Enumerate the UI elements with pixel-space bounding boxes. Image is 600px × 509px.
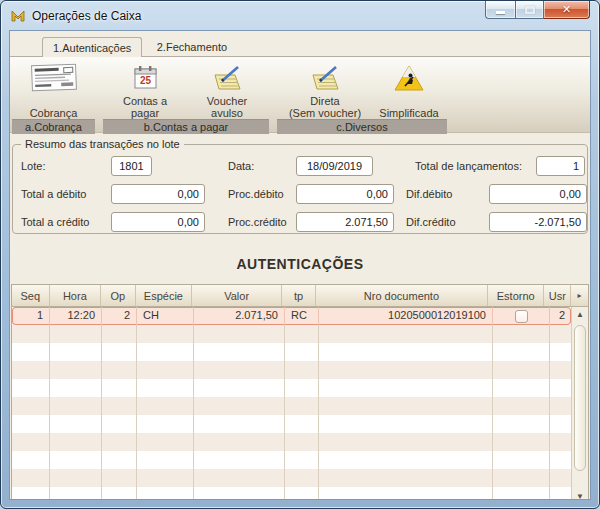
grid-body-rows: 1 12:20 2 CH 2.071,50 RC 102050001201910… bbox=[12, 307, 571, 500]
direta-label-line2: (Sem voucher) bbox=[289, 107, 361, 119]
contas-a-pagar-label-line2: pagar bbox=[131, 107, 159, 119]
table-row-empty bbox=[12, 433, 571, 451]
maximize-icon bbox=[525, 6, 535, 14]
direta-button[interactable]: Direta (Sem voucher) bbox=[278, 59, 372, 119]
table-row-empty bbox=[12, 469, 571, 487]
proc-credito-field[interactable]: 2.071,50 bbox=[296, 212, 394, 232]
data-field[interactable]: 18/09/2019 bbox=[296, 156, 373, 176]
column-header-especie: Espécie bbox=[136, 285, 192, 306]
scroll-down-icon[interactable]: ▼ bbox=[572, 489, 588, 500]
voucher-avulso-button[interactable]: Voucher avulso bbox=[186, 59, 268, 119]
cell-tp: RC bbox=[285, 307, 319, 325]
contas-a-pagar-button[interactable]: 25 Contas a pagar bbox=[104, 59, 186, 119]
summary-groupbox: Resumo das transações no lote Lote: 1801… bbox=[12, 144, 588, 234]
window-title: Operações de Caixa bbox=[32, 9, 141, 23]
lote-field[interactable]: 1801 bbox=[111, 156, 152, 176]
toolbar-group-contas-a-pagar: 25 Contas a pagar bbox=[103, 57, 269, 132]
billet-icon bbox=[31, 61, 77, 95]
cell-especie: CH bbox=[137, 307, 194, 325]
voucher-avulso-label-line2: avulso bbox=[211, 107, 243, 119]
dif-debito-field[interactable]: 0,00 bbox=[489, 184, 587, 204]
table-row-empty bbox=[12, 397, 571, 415]
minimize-button[interactable] bbox=[485, 1, 515, 19]
toolbar-caption-cobranca: a.Cobrança bbox=[12, 119, 95, 134]
column-header-seq: Seq bbox=[12, 285, 50, 306]
summary-groupbox-title: Resumo das transações no lote bbox=[21, 138, 184, 150]
svg-text:25: 25 bbox=[139, 75, 151, 86]
cell-valor: 2.071,50 bbox=[194, 307, 285, 325]
toolbar-group-cobranca: Cobrança a.Cobrança bbox=[12, 57, 95, 132]
toolbar: Cobrança a.Cobrança bbox=[10, 57, 590, 133]
proc-debito-label: Proc.débito bbox=[228, 188, 284, 200]
column-header-op: Op bbox=[101, 285, 136, 306]
total-credito-field[interactable]: 0,00 bbox=[111, 212, 205, 232]
grid-title: AUTENTICAÇÕES bbox=[10, 256, 590, 272]
column-header-hora: Hora bbox=[50, 285, 101, 306]
cell-nro-documento: 1020500012019100 bbox=[319, 307, 493, 325]
close-button[interactable]: ✕ bbox=[544, 1, 590, 19]
lote-label: Lote: bbox=[21, 160, 45, 172]
voucher-pen-icon bbox=[308, 61, 342, 95]
table-row-empty bbox=[12, 487, 571, 500]
vertical-scrollbar[interactable]: ▲ ▼ bbox=[571, 307, 588, 500]
window-controls: ✕ bbox=[485, 1, 590, 19]
voucher-avulso-label-line1: Voucher bbox=[207, 95, 247, 107]
column-header-nro-documento: Nro documento bbox=[316, 285, 488, 306]
dif-credito-label: Dif.crédito bbox=[406, 216, 456, 228]
scroll-up-icon[interactable]: ▲ bbox=[572, 307, 588, 323]
client-area: 1.Autenticações 2.Fechamento bbox=[9, 30, 591, 500]
cobranca-label-line2: Cobrança bbox=[30, 107, 78, 119]
scrollbar-thumb[interactable] bbox=[574, 325, 586, 471]
cell-usr: 2 bbox=[550, 307, 571, 325]
column-header-usr: Usr bbox=[544, 285, 571, 306]
toolbar-group-diversos: Direta (Sem voucher) bbox=[277, 57, 447, 132]
contas-a-pagar-label-line1: Contas a bbox=[123, 95, 167, 107]
table-row-empty bbox=[12, 361, 571, 379]
table-row-empty bbox=[12, 415, 571, 433]
total-credito-label: Total a crédito bbox=[21, 216, 89, 228]
window: Operações de Caixa ✕ 1.Autenticações 2.F… bbox=[0, 0, 600, 509]
cell-op: 2 bbox=[102, 307, 137, 325]
minimize-icon bbox=[496, 11, 505, 14]
table-row-empty bbox=[12, 379, 571, 397]
data-label: Data: bbox=[228, 160, 254, 172]
tab-fechamento[interactable]: 2.Fechamento bbox=[147, 37, 237, 56]
estorno-checkbox[interactable] bbox=[515, 310, 528, 323]
maximize-button[interactable] bbox=[515, 1, 544, 19]
construction-icon bbox=[394, 61, 424, 95]
total-lancamentos-label: Total de lançamentos: bbox=[415, 160, 522, 172]
cell-hora: 12:20 bbox=[50, 307, 102, 325]
toolbar-caption-contas-a-pagar: b.Contas a pagar bbox=[103, 119, 269, 134]
column-header-tp: tp bbox=[282, 285, 316, 306]
toolbar-caption-diversos: c.Diversos bbox=[277, 119, 447, 134]
cobranca-button[interactable]: Cobrança bbox=[13, 59, 95, 119]
total-debito-label: Total a débito bbox=[21, 188, 86, 200]
table-row-empty bbox=[12, 343, 571, 361]
proc-credito-label: Proc.crédito bbox=[228, 216, 287, 228]
close-icon: ✕ bbox=[562, 3, 571, 15]
voucher-pen-icon bbox=[210, 61, 244, 95]
cell-seq: 1 bbox=[12, 307, 50, 325]
total-debito-field[interactable]: 0,00 bbox=[111, 184, 205, 204]
column-header-estorno: Estorno bbox=[488, 285, 544, 306]
grid-header: Seq Hora Op Espécie Valor tp Nro documen… bbox=[12, 285, 588, 307]
calendar-icon: 25 bbox=[132, 61, 159, 95]
grid-body: 1 12:20 2 CH 2.071,50 RC 102050001201910… bbox=[12, 307, 588, 500]
table-row-empty bbox=[12, 451, 571, 469]
column-header-valor: Valor bbox=[192, 285, 282, 306]
titlebar: Operações de Caixa ✕ bbox=[1, 1, 599, 30]
table-row-empty bbox=[12, 325, 571, 343]
tab-autenticacoes[interactable]: 1.Autenticações bbox=[42, 37, 142, 59]
dif-credito-field[interactable]: -2.071,50 bbox=[489, 212, 587, 232]
total-lancamentos-field[interactable]: 1 bbox=[536, 156, 585, 176]
direta-label-line1: Direta bbox=[310, 95, 339, 107]
cell-estorno bbox=[493, 307, 550, 325]
tab-bar: 1.Autenticações 2.Fechamento bbox=[10, 31, 590, 57]
table-row-selected[interactable]: 1 12:20 2 CH 2.071,50 RC 102050001201910… bbox=[12, 307, 571, 325]
dif-debito-label: Dif.débito bbox=[406, 188, 452, 200]
app-icon bbox=[10, 8, 26, 24]
simplificada-button[interactable]: Simplificada bbox=[372, 59, 446, 119]
more-columns-icon: ▸ bbox=[571, 285, 588, 306]
proc-debito-field[interactable]: 0,00 bbox=[296, 184, 394, 204]
simplificada-label-line2: Simplificada bbox=[379, 107, 438, 119]
